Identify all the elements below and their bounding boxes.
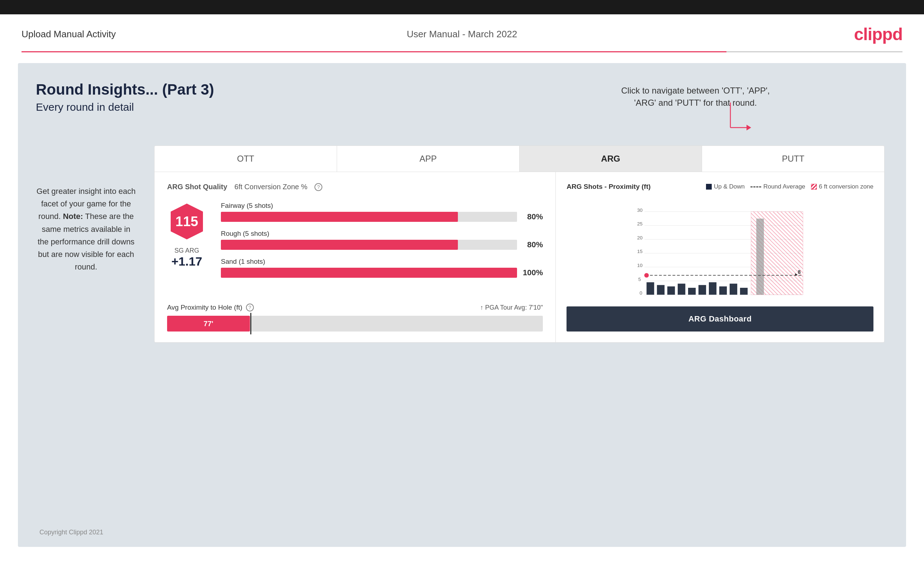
- upload-manual-activity-label: Upload Manual Activity: [21, 29, 116, 40]
- proximity-help-icon[interactable]: ?: [246, 303, 254, 311]
- clippd-logo: clippd: [854, 24, 903, 44]
- svg-rect-20: [667, 286, 675, 295]
- panel-body: ARG Shot Quality 6ft Conversion Zone % ?…: [155, 172, 884, 342]
- chart-area: 0 5 10 15 20 25 30: [567, 198, 874, 301]
- header-center-title: User Manual - March 2022: [407, 29, 517, 40]
- sg-arg-value: +1.17: [167, 255, 207, 268]
- shot-row-fairway: Fairway (5 shots) 80%: [221, 202, 543, 222]
- proximity-section: Avg Proximity to Hole (ft) ? ↑ PGA Tour …: [167, 297, 543, 332]
- sand-bar-fill: [221, 268, 517, 278]
- svg-point-33: [645, 273, 649, 278]
- svg-rect-22: [688, 288, 696, 295]
- proximity-bar-bg: 77': [167, 316, 543, 332]
- conversion-zone-label: 6ft Conversion Zone %: [234, 183, 307, 191]
- dashboard-panel: OTT APP ARG PUTT ARG Shot Quality 6ft Co…: [154, 145, 885, 343]
- tab-putt[interactable]: PUTT: [702, 146, 884, 172]
- sg-arg-label: SG ARG: [167, 247, 207, 255]
- shot-row-sand: Sand (1 shots) 100%: [221, 258, 543, 278]
- svg-rect-18: [646, 282, 654, 295]
- sand-bar-container: 100%: [221, 268, 543, 278]
- top-bar: [0, 0, 924, 15]
- left-panel: ARG Shot Quality 6ft Conversion Zone % ?…: [155, 172, 556, 342]
- legend-dashed-icon: [750, 186, 761, 187]
- legend-up-down-label: Up & Down: [714, 183, 745, 190]
- svg-rect-25: [719, 286, 727, 295]
- chart-header: ARG Shots - Proximity (ft) Up & Down Rou…: [567, 183, 874, 191]
- fairway-pct: 80%: [521, 212, 543, 221]
- score-area: 115 SG ARG +1.17 Fairway (5 shots): [167, 202, 543, 285]
- svg-text:0: 0: [640, 290, 643, 296]
- fairway-label: Fairway (5 shots): [221, 202, 543, 210]
- sand-label: Sand (1 shots): [221, 258, 543, 266]
- proximity-bar-fill: 77': [167, 316, 250, 332]
- tab-ott-label: OTT: [237, 154, 254, 163]
- annotation-arrow: [727, 99, 756, 143]
- svg-rect-24: [709, 282, 716, 295]
- svg-rect-23: [698, 285, 706, 295]
- legend-round-avg: Round Average: [750, 183, 805, 190]
- svg-text:20: 20: [637, 235, 643, 240]
- chart-svg: 0 5 10 15 20 25 30: [567, 198, 874, 298]
- hex-number: 115: [175, 214, 198, 229]
- svg-marker-2: [746, 125, 751, 131]
- svg-text:30: 30: [637, 208, 643, 213]
- left-description: Get greater insight into each facet of y…: [36, 185, 136, 273]
- legend-6ft-label: 6 ft conversion zone: [819, 183, 874, 190]
- svg-rect-21: [678, 284, 685, 295]
- rough-bar-bg: [221, 240, 517, 250]
- rough-bar-container: 80%: [221, 240, 543, 250]
- proximity-header: Avg Proximity to Hole (ft) ? ↑ PGA Tour …: [167, 303, 543, 311]
- legend-square-icon: [706, 184, 712, 190]
- svg-rect-26: [730, 284, 737, 295]
- fairway-bar-bg: [221, 212, 517, 222]
- pga-avg: ↑ PGA Tour Avg: 7'10": [480, 304, 543, 311]
- legend-up-down: Up & Down: [706, 183, 745, 190]
- rough-bar-fill: [221, 240, 458, 250]
- proximity-label-container: Avg Proximity to Hole (ft) ?: [167, 303, 254, 311]
- tab-arg[interactable]: ARG: [520, 146, 702, 172]
- legend-6ft-zone: 6 ft conversion zone: [811, 183, 874, 190]
- svg-text:5: 5: [638, 277, 641, 282]
- rough-label: Rough (5 shots): [221, 230, 543, 238]
- fairway-bar-fill: [221, 212, 458, 222]
- right-panel: ARG Shots - Proximity (ft) Up & Down Rou…: [556, 172, 884, 342]
- shot-row-rough: Rough (5 shots) 80%: [221, 230, 543, 250]
- chart-title: ARG Shots - Proximity (ft): [567, 183, 650, 191]
- tab-ott[interactable]: OTT: [155, 146, 337, 172]
- svg-text:15: 15: [637, 249, 643, 254]
- note-label: Note:: [63, 212, 83, 221]
- svg-rect-31: [756, 219, 764, 295]
- tab-arg-label: ARG: [601, 154, 620, 163]
- copyright: Copyright Clippd 2021: [39, 529, 103, 536]
- center-title: User Manual - March 2022: [407, 29, 517, 39]
- tab-app-label: APP: [420, 154, 437, 163]
- legend-hatched-icon: [811, 184, 817, 190]
- svg-rect-27: [740, 288, 748, 295]
- proximity-value: 77': [204, 320, 213, 328]
- help-icon[interactable]: ?: [315, 183, 322, 191]
- legend-round-avg-label: Round Average: [763, 183, 805, 190]
- header-left: Upload Manual Activity: [21, 29, 116, 40]
- sand-pct: 100%: [521, 268, 543, 277]
- svg-text:25: 25: [637, 221, 643, 227]
- panel-header: ARG Shot Quality 6ft Conversion Zone % ?: [167, 183, 543, 191]
- tab-putt-label: PUTT: [782, 154, 804, 163]
- main-content: Round Insights... (Part 3) Every round i…: [18, 63, 906, 547]
- arg-dashboard-button[interactable]: ARG Dashboard: [567, 306, 874, 332]
- proximity-label-text: Avg Proximity to Hole (ft): [167, 303, 242, 311]
- svg-text:10: 10: [637, 263, 643, 268]
- fairway-bar-container: 80%: [221, 212, 543, 222]
- rough-pct: 80%: [521, 240, 543, 250]
- tab-app[interactable]: APP: [337, 146, 520, 172]
- sand-bar-bg: [221, 268, 517, 278]
- svg-text:8: 8: [798, 269, 801, 275]
- hexagon-container: 115 SG ARG +1.17: [167, 202, 207, 268]
- header-divider: [21, 51, 903, 52]
- header: Upload Manual Activity User Manual - Mar…: [0, 15, 924, 51]
- legend: Up & Down Round Average 6 ft conversion …: [706, 183, 874, 190]
- tabs-container: OTT APP ARG PUTT: [155, 146, 884, 172]
- arg-shot-quality-label: ARG Shot Quality: [167, 183, 227, 191]
- left-desc-text: Get greater insight into each facet of y…: [37, 187, 136, 271]
- svg-rect-19: [657, 285, 664, 295]
- hex-score: 115: [167, 202, 207, 241]
